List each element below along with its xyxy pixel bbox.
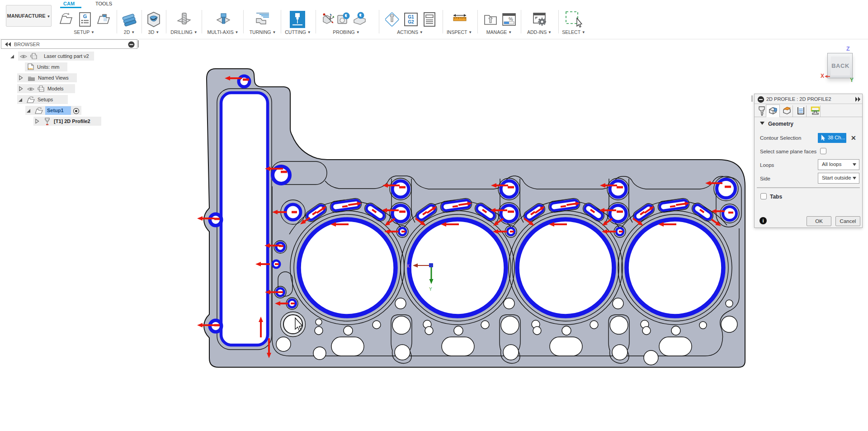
svg-text:X: X [406, 264, 410, 269]
svg-text:Y: Y [429, 287, 432, 292]
svg-text:G2: G2 [408, 19, 414, 24]
svg-text:G1: G1 [408, 14, 414, 19]
svg-text:G: G [83, 14, 87, 19]
svg-text:%: % [509, 16, 513, 22]
